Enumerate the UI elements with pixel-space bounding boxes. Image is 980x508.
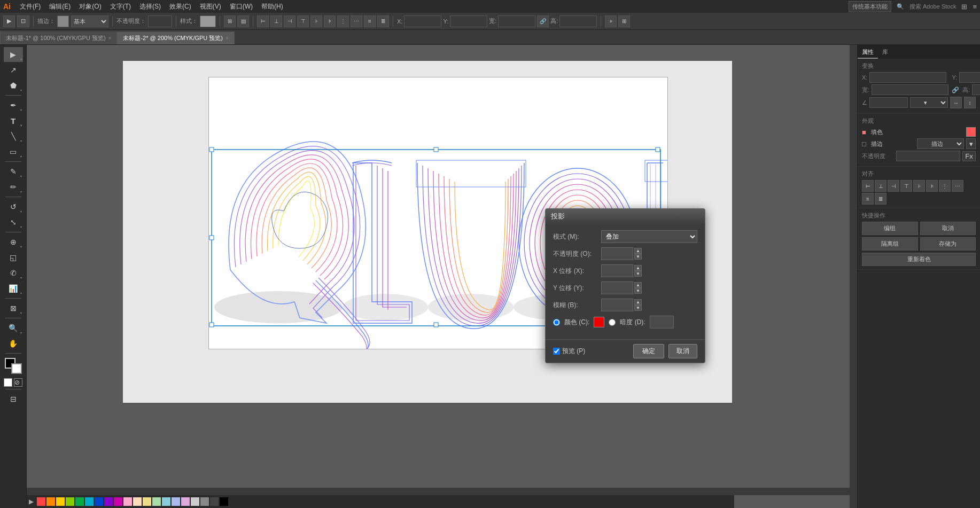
h-coord-input[interactable]: 53.911 (559, 15, 597, 27)
align-left-btn[interactable]: ⊢ (862, 180, 874, 192)
line-tool-btn[interactable]: ╲▾ (4, 129, 23, 144)
handle-tm[interactable] (434, 147, 438, 152)
align-top-btn[interactable]: ⊤ (900, 180, 912, 192)
fill-indicator[interactable] (4, 378, 12, 387)
menu-file[interactable]: 文件(F) (16, 1, 44, 12)
eyedropper-btn[interactable]: ✆▾ (4, 265, 23, 280)
distrib3-btn[interactable]: ≣ (377, 15, 389, 27)
direct-selection-btn[interactable]: ↗ (4, 62, 23, 77)
palette-color-14[interactable] (172, 497, 180, 506)
y-transform-input[interactable]: 100.834 (959, 72, 980, 83)
palette-color-5[interactable] (85, 497, 94, 506)
distrib-center-btn[interactable]: ⋯ (952, 180, 963, 192)
right-tab-library[interactable]: 库 (878, 46, 892, 59)
align-c-btn[interactable]: ⊥ (270, 15, 282, 27)
menu-effect[interactable]: 效果(C) (166, 1, 195, 12)
scale-btn[interactable]: ⤡▾ (4, 215, 23, 230)
palette-color-12[interactable] (152, 497, 161, 506)
vertical-scrollbar[interactable] (850, 45, 857, 508)
y-offset-spin-down[interactable]: ▼ (634, 288, 642, 294)
stroke-arrow-btn[interactable]: ▾ (966, 138, 976, 149)
lock-aspect-btn[interactable]: 🔗 (537, 15, 549, 27)
zoom-btn[interactable]: 🔍▾ (4, 321, 23, 335)
paintbrush-btn[interactable]: ✎▾ (4, 164, 23, 179)
selection-tool-btn[interactable]: ▶▾ (4, 47, 23, 62)
palette-color-7[interactable] (104, 497, 113, 506)
distrib2-btn[interactable]: ≡ (364, 15, 376, 27)
menu-window[interactable]: 窗口(W) (226, 1, 256, 12)
align-right-btn[interactable]: ⊣ (888, 180, 899, 192)
style-swatch[interactable] (200, 15, 216, 27)
opacity-spin-up[interactable]: ▲ (634, 248, 642, 254)
w-coord-input[interactable]: 183.042 (498, 15, 535, 27)
y-offset-input[interactable]: 3 mm (601, 282, 633, 294)
lasso-tool-btn[interactable]: ⬟▾ (4, 78, 23, 93)
lock-ratio-icon[interactable]: 🔗 (952, 87, 959, 93)
canvas-area[interactable]: ▶ (27, 45, 857, 508)
tab-1-close[interactable]: × (225, 35, 229, 41)
menu-object[interactable]: 对象(O) (75, 1, 105, 12)
w-transform-input[interactable]: 183 (872, 84, 948, 95)
ungroup-btn[interactable]: 取消 (920, 222, 976, 235)
expand-panel-btn[interactable]: ⊞ (618, 15, 630, 27)
type-tool-btn[interactable]: T▾ (4, 113, 23, 128)
handle-bl[interactable] (209, 323, 214, 327)
tab-1[interactable]: 未标题-2* @ 200% (CMYK/GPU 预览) × (117, 32, 234, 44)
flip-h-btn[interactable]: ↔ (950, 97, 962, 108)
opacity-input[interactable]: 100% (148, 15, 172, 27)
cancel-button[interactable]: 取消 (668, 344, 697, 358)
palette-color-16[interactable] (191, 497, 199, 506)
stroke-style-select[interactable]: 基本 (71, 15, 108, 27)
palette-color-8[interactable] (114, 497, 122, 506)
x-transform-input[interactable]: 158.274 (869, 72, 946, 83)
group-btn[interactable]: 编组 (862, 222, 918, 235)
isolate-group-btn[interactable]: 隔离组 (862, 237, 918, 251)
stroke-select-right[interactable]: 描边 (917, 138, 964, 149)
palette-color-4[interactable] (75, 497, 84, 506)
distrib-top-btn[interactable]: ≣ (875, 193, 886, 205)
dialog-titlebar[interactable]: 投影 (546, 209, 705, 224)
menu-view[interactable]: 视图(V) (196, 1, 225, 12)
hand-btn[interactable]: ✋ (4, 336, 23, 351)
rotate-btn[interactable]: ↺▾ (4, 199, 23, 214)
menu-type[interactable]: 文字(T) (106, 1, 135, 12)
h-transform-input[interactable]: 53. (972, 84, 980, 95)
blur-input[interactable]: 1 mm (601, 299, 633, 311)
pencil-btn[interactable]: ✏▾ (4, 179, 23, 194)
preview-checkbox[interactable] (553, 348, 560, 355)
blend-btn[interactable]: ⊕▾ (4, 235, 23, 249)
align-l-btn[interactable]: ⊢ (257, 15, 269, 27)
distrib-h-btn[interactable]: ⋮ (337, 15, 349, 27)
palette-color-19[interactable] (220, 497, 228, 506)
workspace-label[interactable]: 传统基本功能 (849, 1, 891, 12)
blur-spin-up[interactable]: ▲ (634, 299, 642, 305)
save-as-btn[interactable]: 存储为 (920, 237, 976, 251)
transform-btn[interactable]: ⊡ (17, 15, 29, 27)
fill-color-swatch[interactable] (966, 127, 976, 137)
blur-spin-down[interactable]: ▼ (634, 305, 642, 311)
recolor-btn[interactable]: 重新着色 (862, 253, 976, 266)
palette-color-10[interactable] (133, 497, 142, 506)
align-r-btn[interactable]: ⊣ (284, 15, 295, 27)
none-indicator[interactable]: ⊘ (14, 378, 22, 387)
palette-color-1[interactable] (46, 497, 55, 506)
palette-color-0[interactable] (37, 497, 45, 506)
angle-select[interactable]: ▾ (910, 97, 948, 108)
pen-tool-btn[interactable]: ✒▾ (4, 98, 23, 113)
distrib-left-btn[interactable]: ⋮ (939, 180, 951, 192)
menu-help[interactable]: 帮助(H) (258, 1, 287, 12)
palette-color-11[interactable] (143, 497, 151, 506)
expand-icon[interactable]: ≡ (973, 3, 977, 11)
fx-btn[interactable]: Fx (962, 151, 976, 161)
align-center-h-btn[interactable]: ⊥ (875, 180, 886, 192)
gpu-mode-btn[interactable]: ▤ (237, 15, 249, 27)
handle-tr[interactable] (656, 147, 660, 152)
palette-expand-btn[interactable]: ▶ (29, 498, 34, 505)
y-offset-spin-up[interactable]: ▲ (634, 282, 642, 288)
handle-bm[interactable] (434, 323, 438, 327)
panel-icons[interactable]: ⊞ (961, 3, 967, 11)
color-swatch-dlg[interactable] (594, 317, 604, 327)
angle-input[interactable]: 0° (869, 97, 908, 108)
palette-color-3[interactable] (66, 497, 74, 506)
palette-color-18[interactable] (210, 497, 219, 506)
